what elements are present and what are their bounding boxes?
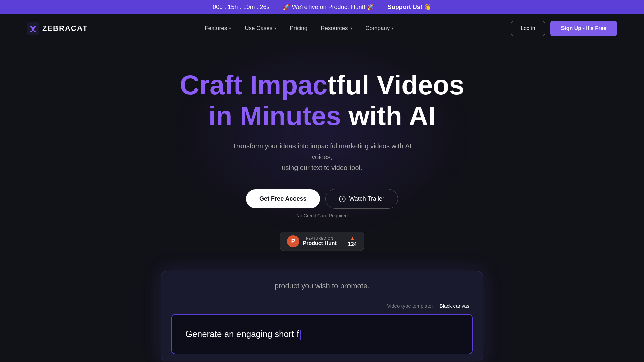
video-type-label: Video type template: (387, 303, 433, 309)
nav-links: Features ▾ Use Cases ▾ Pricing Resources… (205, 25, 394, 32)
video-prompt: product you wish to promote. (168, 278, 476, 294)
logo-icon (27, 22, 39, 35)
logo-text: ZEBRACAT (42, 24, 88, 33)
top-banner: 00d : 15h : 10m : 26s 🚀 We're live on Pr… (0, 0, 644, 14)
banner-live-text: 🚀 We're live on Product Hunt! 🚀 (283, 3, 374, 11)
video-meta-row: Video type template: Black canvas (168, 300, 476, 311)
hero-title-line2: in Minutes with AI (180, 101, 464, 131)
banner-timer: 00d : 15h : 10m : 26s (213, 4, 269, 11)
login-button[interactable]: Log in (511, 21, 545, 36)
cta-buttons: Get Free Access Watch Trailer (246, 189, 398, 209)
hero-title-purple1: Craft Impac (180, 70, 327, 100)
nav-item-resources[interactable]: Resources ▾ (321, 25, 352, 32)
hero-title-white1: tful Videos (327, 70, 464, 100)
logo[interactable]: ZEBRACAT (27, 22, 88, 35)
video-type-value: Black canvas (440, 303, 469, 309)
watch-trailer-button[interactable]: Watch Trailer (325, 189, 398, 209)
product-hunt-icon: P (287, 235, 299, 247)
chevron-icon: ▾ (229, 26, 231, 31)
hero-title-line1: Craft Impactful Videos (180, 70, 464, 101)
video-canvas: Generate an engaging short f (171, 314, 473, 354)
upvote-icon: ▲ (350, 235, 355, 241)
chevron-icon: ▾ (392, 26, 394, 31)
get-free-access-button[interactable]: Get Free Access (246, 189, 320, 208)
nav-item-use-cases[interactable]: Use Cases ▾ (245, 25, 276, 32)
nav-actions: Log in Sign Up - It's Free (511, 21, 617, 36)
signup-button[interactable]: Sign Up - It's Free (550, 21, 617, 36)
banner-support-link[interactable]: Support Us! 👋 (388, 3, 431, 11)
ph-name: Product Hunt (303, 240, 336, 246)
hero-section: Craft Impactful Videos in Minutes with A… (0, 43, 644, 362)
text-cursor (300, 330, 301, 340)
product-hunt-text: FEATURED ON Product Hunt (303, 237, 336, 246)
product-hunt-logo: P FEATURED ON Product Hunt (287, 235, 336, 247)
product-hunt-badge[interactable]: P FEATURED ON Product Hunt ▲ 124 (280, 232, 364, 251)
video-preview: product you wish to promote. Video type … (161, 271, 483, 361)
video-canvas-text: Generate an engaging short f (185, 329, 301, 339)
hero-title-white2: with AI (341, 101, 435, 131)
video-inner: product you wish to promote. Video type … (161, 272, 483, 361)
chevron-icon: ▾ (274, 26, 276, 31)
cta-group: Get Free Access Watch Trailer No Credit … (246, 189, 398, 218)
nav-item-features[interactable]: Features ▾ (205, 25, 231, 32)
hero-title: Craft Impactful Videos in Minutes with A… (180, 70, 464, 131)
vote-count: 124 (348, 241, 357, 247)
navbar: ZEBRACAT Features ▾ Use Cases ▾ Pricing … (0, 14, 644, 43)
hero-title-purple2: in Minutes (209, 101, 341, 131)
no-credit-text: No Credit Card Required (296, 213, 348, 218)
hero-subtitle: Transform your ideas into impactful mark… (221, 141, 423, 173)
play-icon (339, 196, 346, 202)
chevron-icon: ▾ (350, 26, 352, 31)
nav-item-pricing[interactable]: Pricing (290, 25, 307, 32)
nav-item-company[interactable]: Company ▾ (366, 25, 394, 32)
product-hunt-votes: ▲ 124 (342, 235, 357, 247)
ph-featured-label: FEATURED ON (303, 237, 336, 240)
